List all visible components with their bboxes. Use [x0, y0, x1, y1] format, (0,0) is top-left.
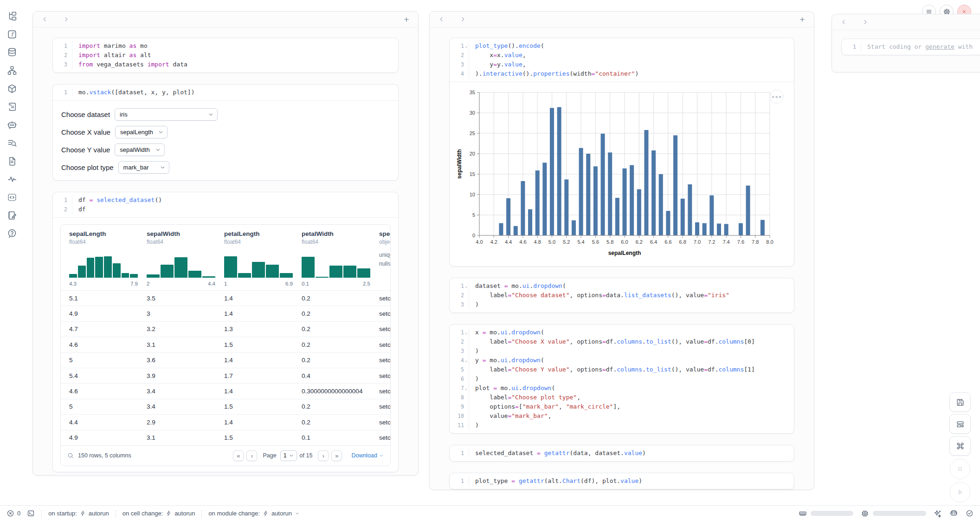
- column-2: 1⌄plot_type().encode(2 x=x.value,3 y=y.v…: [429, 11, 814, 490]
- cell-xy-plot-dropdowns: 1⌄x = mo.ui.dropdown(2 label="Choose X v…: [449, 324, 794, 434]
- table-row[interactable]: 4.63.41.40.3000000000000004setos: [61, 383, 390, 398]
- generate-link[interactable]: generate: [925, 43, 954, 50]
- keyboard-shortcuts-button[interactable]: [949, 436, 971, 456]
- database-icon[interactable]: [6, 46, 18, 59]
- chat-bot-icon[interactable]: [6, 119, 18, 131]
- stop-button[interactable]: [950, 459, 970, 479]
- plus-icon: [799, 16, 806, 23]
- svg-text:6.4: 6.4: [650, 239, 657, 245]
- cpu-meter: [873, 511, 926, 516]
- table-row[interactable]: 4.73.21.30.2setos: [61, 321, 390, 337]
- run-button[interactable]: [950, 482, 970, 502]
- divider: [41, 509, 42, 518]
- svg-text:4.2: 4.2: [490, 239, 497, 245]
- dependency-graph-icon[interactable]: [6, 65, 18, 77]
- play-icon: [956, 488, 964, 496]
- runtime-config-1[interactable]: on startup:autorun: [48, 510, 109, 517]
- collapse-left-button[interactable]: [437, 15, 445, 24]
- cpu-usage[interactable]: [861, 509, 926, 518]
- code-line: 2df: [53, 205, 398, 214]
- column-header[interactable]: petalWidthfloat640.12.5: [293, 230, 371, 287]
- prev-page-button[interactable]: ‹: [246, 450, 257, 461]
- expand-right-button[interactable]: [458, 15, 467, 24]
- dropdown-choose-y-value[interactable]: sepalWidth: [115, 143, 165, 156]
- add-cell-button[interactable]: [798, 15, 806, 24]
- code-line: 10 value="mark_bar",: [450, 411, 794, 421]
- page-label: Page: [263, 452, 276, 459]
- table-row[interactable]: 53.41.50.2setos: [61, 399, 390, 414]
- notebook-edit-icon[interactable]: [6, 209, 18, 221]
- cell-dataset-dropdown: 1⌄dataset = mo.ui.dropdown(2 label="Choo…: [449, 278, 794, 313]
- code-placeholder[interactable]: Start coding or generate with: [861, 42, 976, 52]
- dropdown-choose-plot-type[interactable]: mark_bar: [118, 161, 169, 174]
- collapse-left-button[interactable]: [40, 15, 49, 24]
- table-row[interactable]: 53.61.40.2setos: [61, 352, 390, 368]
- code-editor[interactable]: 1selected_dataset = getattr(data, datase…: [450, 445, 794, 461]
- code-editor[interactable]: 1⌄dataset = mo.ui.dropdown(2 label="Choo…: [450, 278, 794, 313]
- terminal-button[interactable]: [27, 509, 35, 517]
- memory-usage[interactable]: [799, 509, 853, 518]
- next-page-button[interactable]: ›: [318, 450, 329, 461]
- table-row[interactable]: 4.63.11.50.2setos: [61, 337, 390, 352]
- column-header[interactable]: petalLengthfloat6416.9: [216, 230, 293, 287]
- package-cube-icon[interactable]: [6, 83, 18, 95]
- svg-text:5.2: 5.2: [563, 239, 570, 245]
- divider: [116, 509, 116, 518]
- last-page-button[interactable]: »: [331, 450, 342, 461]
- document-icon[interactable]: [6, 155, 18, 167]
- table-footer: 150 rows, 5 columns « ‹ Page 1 of 15: [61, 445, 390, 466]
- collapse-left-button[interactable]: [839, 18, 848, 26]
- code-editor[interactable]: 1mo.vstack([dataset, x, y, plot]): [53, 85, 398, 100]
- help-icon[interactable]: [6, 228, 18, 240]
- code-line: 11): [450, 421, 794, 430]
- copilot-button[interactable]: [949, 509, 958, 518]
- add-cell-button[interactable]: [402, 15, 411, 24]
- altair-chart[interactable]: 4.04.24.44.64.85.05.25.45.65.86.06.26.46…: [455, 87, 791, 261]
- errors-indicator[interactable]: 0: [6, 509, 20, 517]
- table-header-row: sepalLengthfloat644.37.9sepalWidthfloat6…: [61, 225, 390, 290]
- first-page-button[interactable]: «: [233, 450, 244, 461]
- table-row[interactable]: 5.13.51.40.2setos: [61, 290, 390, 306]
- table-row[interactable]: 5.43.91.70.4setos: [61, 368, 390, 383]
- connection-status-button[interactable]: [966, 509, 974, 517]
- file-tree-icon[interactable]: [6, 10, 18, 22]
- column-header[interactable]: speciobjecuniqunulls:: [371, 230, 390, 287]
- code-editor[interactable]: 1⌄plot_type().encode(2 x=x.value,3 y=y.v…: [450, 38, 794, 82]
- runtime-config-3[interactable]: on module change:autorun: [208, 510, 300, 517]
- dropdown-choose-dataset[interactable]: iris: [115, 108, 218, 121]
- cell-empty[interactable]: 1 Start coding or generate with: [841, 39, 980, 55]
- code-line: 1df = selected_dataset(): [53, 195, 398, 205]
- code-brackets-icon[interactable]: [6, 191, 18, 203]
- column-header[interactable]: sepalWidthfloat6424.4: [138, 230, 216, 287]
- ram-icon: [799, 509, 807, 518]
- page-select[interactable]: 1: [280, 450, 297, 461]
- svg-text:4.4: 4.4: [505, 239, 512, 245]
- svg-text:4.0: 4.0: [476, 239, 483, 245]
- pulse-icon[interactable]: [6, 173, 18, 185]
- code-editor[interactable]: 1df = selected_dataset()2df: [53, 192, 398, 217]
- table-row[interactable]: 4.931.40.2setos: [61, 306, 390, 321]
- ai-assist-button[interactable]: [934, 509, 942, 518]
- search-icon[interactable]: [67, 452, 74, 459]
- lightning-bolt-icon: [80, 510, 86, 516]
- download-button[interactable]: Download: [351, 452, 384, 459]
- layout-button[interactable]: [949, 414, 971, 434]
- code-editor[interactable]: 1⌄x = mo.ui.dropdown(2 label="Choose X v…: [450, 325, 794, 433]
- code-editor[interactable]: 1plot_type = getattr(alt.Chart(df), plot…: [450, 473, 794, 489]
- expand-right-button[interactable]: [62, 15, 70, 24]
- save-button[interactable]: [949, 392, 971, 412]
- code-editor[interactable]: 1import marimo as mo2import altair as al…: [53, 38, 398, 72]
- scroll-icon[interactable]: [6, 101, 18, 113]
- expand-right-button[interactable]: [861, 18, 869, 26]
- chevron-left-icon: [841, 19, 847, 25]
- table-row[interactable]: 4.42.91.40.2setos: [61, 414, 390, 430]
- table-row[interactable]: 4.93.11.50.1setos: [61, 430, 390, 445]
- runtime-config-2[interactable]: on cell change:autorun: [122, 510, 195, 517]
- column-header[interactable]: sepalLengthfloat644.37.9: [61, 230, 138, 287]
- chart-menu-button[interactable]: ●●●: [770, 90, 784, 104]
- list-search-icon[interactable]: [6, 137, 18, 149]
- code-line: 9 options=["mark_bar", "mark_circle"],: [450, 402, 794, 411]
- function-icon[interactable]: f: [6, 28, 18, 40]
- dropdown-choose-x-value[interactable]: sepalLength: [115, 126, 168, 138]
- layout-grid-icon: [956, 420, 965, 429]
